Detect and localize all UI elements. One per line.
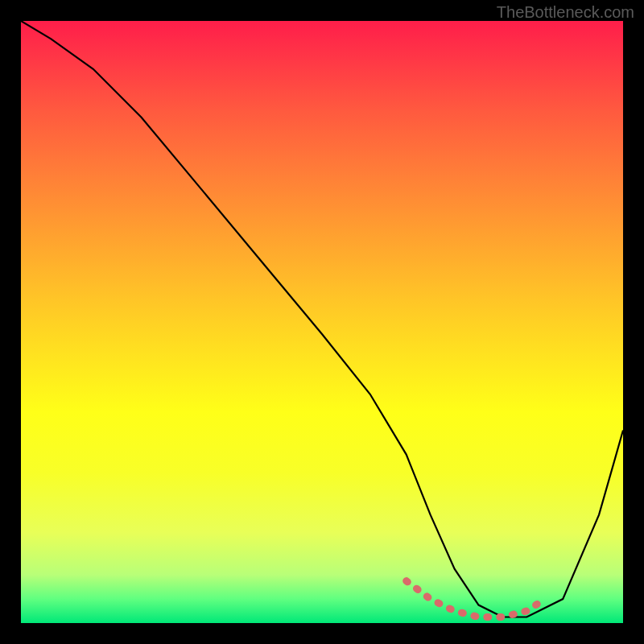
attribution-text: TheBottleneck.com — [497, 3, 634, 22]
bottleneck-curve-line — [21, 21, 623, 617]
plot-area — [21, 21, 623, 623]
chart-svg — [21, 21, 623, 623]
